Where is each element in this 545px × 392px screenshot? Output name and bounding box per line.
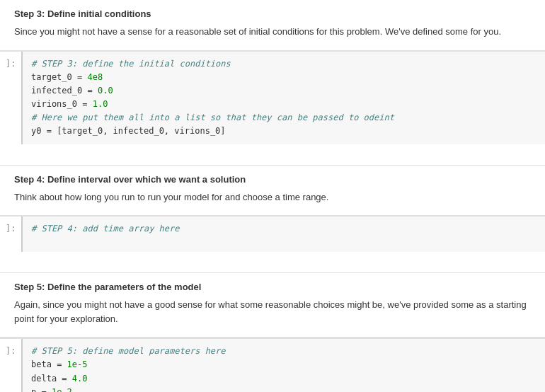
code-line: # STEP 3: define the initial conditions bbox=[31, 57, 537, 71]
step4-cell-label: ]: bbox=[0, 217, 21, 252]
step3-code-area[interactable]: # STEP 3: define the initial conditions … bbox=[21, 52, 545, 144]
code-line: infected_0 = 0.0 bbox=[31, 84, 537, 98]
step4-description: Think about how long you run to run your… bbox=[14, 190, 531, 204]
step5-code-area[interactable]: # STEP 5: define model parameters here b… bbox=[21, 339, 545, 392]
step3-cell-label: ]: bbox=[0, 52, 21, 144]
code-line: # STEP 4: add time array here bbox=[31, 222, 537, 236]
step5-code-row: ]: # STEP 5: define model parameters her… bbox=[0, 338, 545, 392]
step4-code-row: ]: # STEP 4: add time array here bbox=[0, 216, 545, 252]
step5-text-cell: Step 5: Define the parameters of the mod… bbox=[0, 273, 545, 338]
step3-description: Since you might not have a sense for a r… bbox=[14, 25, 531, 39]
step4-heading: Step 4: Define interval over which we wa… bbox=[14, 174, 531, 185]
step3-heading: Step 3: Define initial conditions bbox=[14, 8, 531, 19]
step5-description: Again, since you might not have a good s… bbox=[14, 298, 531, 325]
step4-text-cell: Step 4: Define interval over which we wa… bbox=[0, 166, 545, 217]
code-line: y0 = [target_0, infected_0, virions_0] bbox=[31, 125, 537, 138]
code-line: p = 1e-2 bbox=[31, 386, 537, 392]
code-line: beta = 1e-5 bbox=[31, 358, 537, 371]
code-line: virions_0 = 1.0 bbox=[31, 98, 537, 111]
code-line: target_0 = 4e8 bbox=[31, 71, 537, 84]
code-line: # Here we put them all into a list so th… bbox=[31, 111, 537, 125]
step4-code-area[interactable]: # STEP 4: add time array here bbox=[21, 217, 545, 252]
spacer1 bbox=[0, 144, 545, 166]
spacer2 bbox=[0, 252, 545, 273]
code-line: delta = 4.0 bbox=[31, 372, 537, 386]
step3-code-row: ]: # STEP 3: define the initial conditio… bbox=[0, 51, 545, 144]
code-line: # STEP 5: define model parameters here bbox=[31, 345, 537, 358]
step5-heading: Step 5: Define the parameters of the mod… bbox=[14, 282, 531, 292]
step5-cell-label: ]: bbox=[0, 339, 21, 392]
step3-text-cell: Step 3: Define initial conditions Since … bbox=[0, 0, 545, 51]
